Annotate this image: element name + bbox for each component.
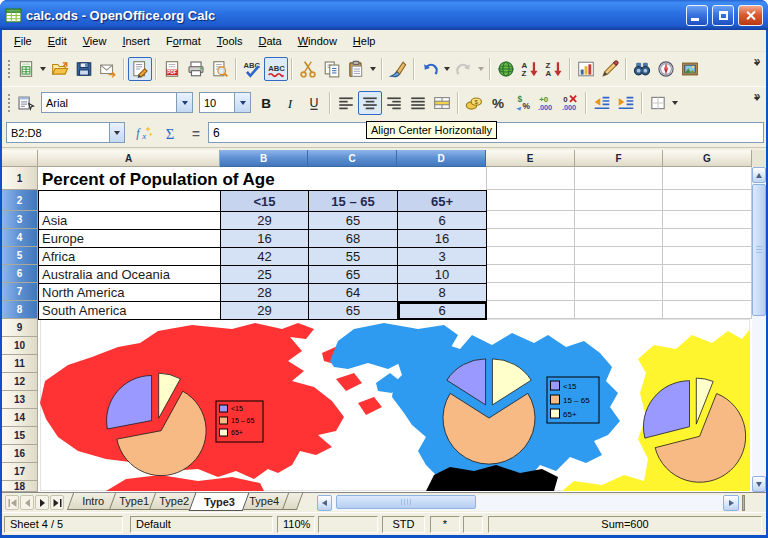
- cell-e3[interactable]: [487, 211, 575, 229]
- column-header-e[interactable]: E: [486, 150, 575, 167]
- format-paintbrush-button[interactable]: [386, 57, 410, 81]
- horizontal-scroll-thumb[interactable]: [336, 495, 476, 509]
- sheet-nav-first-button[interactable]: [5, 495, 19, 510]
- row-header-12[interactable]: 12: [2, 373, 38, 391]
- row-header-8[interactable]: 8: [2, 301, 38, 319]
- cell-g7[interactable]: [663, 283, 752, 301]
- row-header-4[interactable]: 4: [2, 229, 38, 247]
- menu-item-tools[interactable]: Tools: [209, 33, 251, 49]
- table-col-header-3[interactable]: 65+: [398, 191, 487, 212]
- scroll-right-button[interactable]: [723, 495, 739, 511]
- grid-corner-box[interactable]: [2, 150, 38, 167]
- name-box[interactable]: B2:D8: [6, 122, 125, 143]
- cell-e8[interactable]: [487, 301, 575, 319]
- scroll-down-button[interactable]: [752, 476, 766, 492]
- cell-f6[interactable]: [575, 265, 663, 283]
- region-label-cell[interactable]: Africa: [39, 248, 221, 266]
- row-header-11[interactable]: 11: [2, 355, 38, 373]
- increase-indent-button[interactable]: [614, 91, 638, 115]
- value-cell[interactable]: 8: [398, 284, 487, 302]
- row-header-2[interactable]: 2: [2, 190, 38, 211]
- currency-button[interactable]: $: [462, 91, 486, 115]
- align-left-button[interactable]: [334, 91, 358, 115]
- close-button[interactable]: [738, 5, 763, 26]
- chart-button[interactable]: [574, 57, 598, 81]
- toolbar-drag-handle[interactable]: [6, 58, 12, 80]
- cell-f2[interactable]: [575, 190, 663, 211]
- minimize-button[interactable]: [686, 5, 708, 26]
- cell-g6[interactable]: [663, 265, 752, 283]
- cell-f5[interactable]: [575, 247, 663, 265]
- value-cell[interactable]: 29: [221, 302, 309, 320]
- export-pdf-button[interactable]: PDF: [160, 57, 184, 81]
- font-size-combobox[interactable]: 10: [199, 92, 251, 113]
- find-replace-button[interactable]: [630, 57, 654, 81]
- menu-item-file[interactable]: File: [6, 33, 40, 49]
- column-header-d[interactable]: D: [397, 150, 486, 167]
- new-document-button[interactable]: [14, 57, 38, 81]
- toolbar-drag-handle[interactable]: [6, 92, 12, 114]
- cell-f7[interactable]: [575, 283, 663, 301]
- paste-dropdown[interactable]: [368, 57, 378, 81]
- value-cell[interactable]: 65: [309, 212, 398, 230]
- function-wizard-button[interactable]: fx: [132, 122, 155, 144]
- cell-f1[interactable]: [575, 167, 663, 190]
- title-bar[interactable]: calc.ods - OpenOffice.org Calc: [0, 0, 768, 30]
- borders-button[interactable]: [646, 91, 670, 115]
- column-header-f[interactable]: F: [575, 150, 663, 167]
- cell-f8[interactable]: [575, 301, 663, 319]
- toolbar-overflow-button[interactable]: »: [750, 55, 764, 83]
- spellcheck-button[interactable]: ABC: [240, 57, 264, 81]
- row-header-1[interactable]: 1: [2, 167, 38, 190]
- document-as-email-button[interactable]: [96, 57, 120, 81]
- row-header-14[interactable]: 14: [2, 409, 38, 427]
- hyperlink-button[interactable]: [494, 57, 518, 81]
- cell-a2[interactable]: [39, 191, 221, 212]
- column-header-b[interactable]: B: [220, 150, 308, 167]
- percent-button[interactable]: %: [486, 91, 510, 115]
- merge-cells-button[interactable]: [430, 91, 454, 115]
- cell-g4[interactable]: [663, 229, 752, 247]
- row-header-5[interactable]: 5: [2, 247, 38, 265]
- undo-dropdown[interactable]: [442, 57, 452, 81]
- menu-item-insert[interactable]: Insert: [114, 33, 158, 49]
- justified-button[interactable]: [406, 91, 430, 115]
- font-size-dropdown[interactable]: [234, 93, 250, 112]
- value-cell[interactable]: 42: [221, 248, 309, 266]
- add-decimal-button[interactable]: +0.000: [534, 91, 558, 115]
- horizontal-scrollbar[interactable]: [332, 495, 723, 511]
- copy-button[interactable]: [320, 57, 344, 81]
- region-label-cell[interactable]: Asia: [39, 212, 221, 230]
- font-name-dropdown[interactable]: [176, 93, 192, 112]
- menu-item-format[interactable]: Format: [158, 33, 209, 49]
- cell-e6[interactable]: [487, 265, 575, 283]
- menu-item-help[interactable]: Help: [345, 33, 384, 49]
- auto-spellcheck-button[interactable]: ABC: [264, 57, 288, 81]
- italic-button[interactable]: I: [278, 91, 302, 115]
- row-header-6[interactable]: 6: [2, 265, 38, 283]
- sort-descending-button[interactable]: ZA: [542, 57, 566, 81]
- cell-g2[interactable]: [663, 190, 752, 211]
- row-header-10[interactable]: 10: [2, 337, 38, 355]
- delete-decimal-button[interactable]: 0.000: [558, 91, 582, 115]
- row-header-18[interactable]: 18: [2, 481, 38, 492]
- cut-button[interactable]: [296, 57, 320, 81]
- font-name-combobox[interactable]: Arial: [41, 92, 193, 113]
- borders-dropdown[interactable]: [670, 91, 680, 115]
- region-label-cell[interactable]: South America: [39, 302, 221, 320]
- column-header-g[interactable]: G: [663, 150, 752, 167]
- row-header-15[interactable]: 15: [2, 427, 38, 445]
- row-header-13[interactable]: 13: [2, 391, 38, 409]
- world-map-pie-chart[interactable]: <1515 – 6565+<1515 – 6565+: [40, 319, 750, 491]
- page-preview-button[interactable]: [208, 57, 232, 81]
- cell-e1[interactable]: [487, 167, 575, 190]
- name-box-dropdown[interactable]: [109, 123, 124, 142]
- cell-g3[interactable]: [663, 211, 752, 229]
- redo-dropdown[interactable]: [476, 57, 486, 81]
- value-cell[interactable]: 16: [221, 230, 309, 248]
- draw-functions-button[interactable]: [598, 57, 622, 81]
- vertical-scrollbar[interactable]: [752, 167, 766, 492]
- toolbar-overflow-button[interactable]: »: [750, 90, 764, 118]
- menu-item-edit[interactable]: Edit: [40, 33, 75, 49]
- row-header-7[interactable]: 7: [2, 283, 38, 301]
